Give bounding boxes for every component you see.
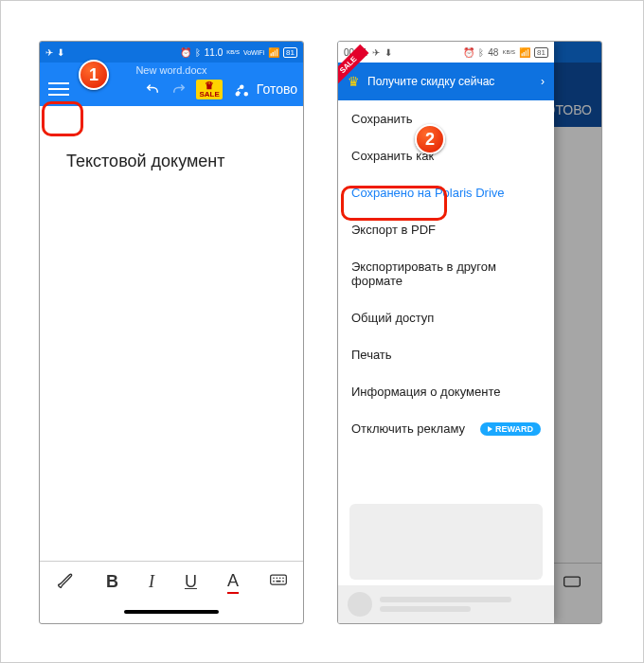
menu-item-polaris-drive[interactable]: Сохранено на Polaris Drive bbox=[338, 174, 554, 211]
svg-point-2 bbox=[276, 578, 277, 580]
promo-banner[interactable]: SALE ♛ Получите скидку сейчас › bbox=[338, 63, 554, 100]
crown-icon: ♛ bbox=[348, 74, 360, 89]
signal-icon: 📶 bbox=[268, 47, 279, 58]
menu-item-share[interactable]: Общий доступ bbox=[338, 299, 554, 336]
reward-badge: REWARD bbox=[480, 422, 541, 436]
alarm-icon: ⏰ bbox=[463, 47, 474, 58]
sale-badge[interactable]: ♛ SALE bbox=[196, 80, 222, 99]
bold-button[interactable]: B bbox=[106, 572, 118, 592]
side-drawer: 00:11 ✈ ⬇ ⏰ ᛒ 48 KB/S 📶 81 SALE ♛ Получи… bbox=[338, 42, 554, 623]
undo-icon[interactable] bbox=[143, 80, 162, 99]
menu-item-export-pdf[interactable]: Экспорт в PDF bbox=[338, 211, 554, 248]
font-color-button[interactable]: A bbox=[227, 571, 239, 594]
status-bar: ✈ ⬇ ⏰ ᛒ 11.0 KB/S VoWiFi 📶 81 bbox=[40, 42, 303, 63]
menu-item-save-as[interactable]: Сохранить как bbox=[338, 137, 554, 174]
phone-screenshot-1: ✈ ⬇ ⏰ ᛒ 11.0 KB/S VoWiFi 📶 81 New word.d… bbox=[39, 41, 304, 624]
promo-text: Получите скидку сейчас bbox=[367, 75, 494, 88]
svg-point-3 bbox=[279, 578, 281, 580]
signal-icon: 📶 bbox=[519, 47, 530, 58]
svg-point-4 bbox=[282, 578, 284, 580]
svg-rect-6 bbox=[276, 581, 280, 582]
bluetooth-icon: ᛒ bbox=[195, 47, 201, 58]
done-button[interactable]: Готово bbox=[257, 81, 297, 97]
format-toolbar: B I U A bbox=[40, 561, 303, 602]
document-text: Текстовой документ bbox=[66, 152, 225, 170]
italic-button[interactable]: I bbox=[149, 572, 154, 592]
keyboard-icon[interactable] bbox=[269, 570, 288, 594]
chevron-right-icon: › bbox=[541, 75, 545, 88]
vowifi-icon: VoWiFi bbox=[243, 49, 264, 56]
menu-button[interactable] bbox=[45, 76, 72, 102]
battery-icon: 81 bbox=[534, 47, 548, 58]
net-speed: 48 bbox=[488, 47, 498, 58]
status-bar: 00:11 ✈ ⬇ ⏰ ᛒ 48 KB/S 📶 81 bbox=[338, 42, 554, 63]
svg-point-1 bbox=[273, 578, 275, 580]
download-icon: ⬇ bbox=[385, 47, 392, 58]
drawer-menu: Сохранить Сохранить как Сохранено на Pol… bbox=[338, 100, 554, 498]
menu-item-doc-info[interactable]: Информация о документе bbox=[338, 373, 554, 410]
svg-point-5 bbox=[273, 581, 275, 582]
svg-point-7 bbox=[282, 581, 284, 582]
bluetooth-icon: ᛒ bbox=[478, 47, 484, 58]
menu-item-export-other[interactable]: Экспортировать в другом формате bbox=[338, 248, 554, 299]
telegram-icon: ✈ bbox=[372, 47, 380, 58]
phone-screenshot-2: ОТОВО Т 00:11 ✈ ⬇ ⏰ ᛒ 48 KB/S 📶 81 bbox=[337, 41, 602, 624]
ad-placeholder bbox=[349, 504, 543, 580]
net-unit: KB/S bbox=[226, 49, 240, 55]
battery-icon: 81 bbox=[283, 47, 297, 58]
alarm-icon: ⏰ bbox=[180, 47, 191, 58]
callout-badge-2: 2 bbox=[415, 124, 445, 154]
telegram-icon: ✈ bbox=[45, 47, 53, 58]
navigation-pill[interactable] bbox=[40, 602, 303, 621]
menu-item-print[interactable]: Печать bbox=[338, 336, 554, 373]
crown-icon: ♛ bbox=[205, 81, 214, 91]
redo-icon[interactable] bbox=[170, 80, 188, 99]
document-body[interactable]: Текстовой документ bbox=[40, 106, 303, 561]
download-icon: ⬇ bbox=[57, 47, 64, 58]
underline-button[interactable]: U bbox=[185, 572, 197, 592]
ad-strip bbox=[338, 585, 554, 623]
brush-icon[interactable] bbox=[55, 569, 76, 595]
svg-rect-0 bbox=[271, 575, 287, 584]
net-speed: 11.0 bbox=[205, 47, 223, 58]
menu-item-save[interactable]: Сохранить bbox=[338, 100, 554, 137]
ad-avatar-placeholder bbox=[348, 592, 372, 617]
net-unit: KB/S bbox=[502, 49, 515, 55]
share-icon[interactable] bbox=[230, 80, 249, 99]
menu-item-remove-ads[interactable]: Отключить рекламу REWARD bbox=[338, 410, 554, 447]
callout-badge-1: 1 bbox=[79, 60, 109, 90]
